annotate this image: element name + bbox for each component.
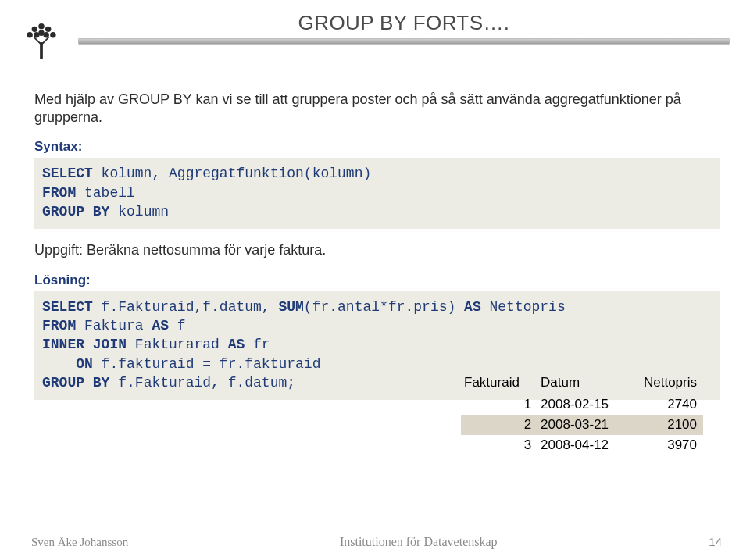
cell-id: 3	[461, 435, 538, 455]
intro-text: Med hjälp av GROUP BY kan vi se till att…	[34, 91, 720, 126]
tree-logo-icon	[17, 16, 66, 64]
cell-net: 3970	[629, 435, 703, 455]
institution-text: Institutionen för Datavetenskap	[340, 535, 498, 549]
svg-point-8	[38, 30, 44, 36]
cell-date: 2008-04-12	[538, 435, 629, 455]
result-table: Fakturaid Datum Nettopris 1 2008-02-15 2…	[461, 373, 703, 455]
svg-point-1	[38, 23, 44, 29]
table-header-row: Fakturaid Datum Nettopris	[461, 373, 703, 394]
svg-rect-0	[40, 42, 43, 59]
th-nettopris: Nettopris	[629, 373, 703, 394]
th-fakturaid: Fakturaid	[461, 373, 538, 394]
th-datum: Datum	[538, 373, 629, 394]
syntax-code: SELECT kolumn, Aggregatfunktion(kolumn) …	[34, 158, 720, 229]
cell-net: 2740	[629, 394, 703, 416]
slide-title: GROUP BY FORTS….	[78, 11, 730, 35]
svg-point-4	[27, 32, 32, 37]
cell-date: 2008-03-21	[538, 415, 629, 435]
cell-id: 2	[461, 415, 538, 435]
svg-point-3	[45, 27, 51, 32]
syntax-label: Syntax:	[34, 138, 720, 155]
cell-net: 2100	[629, 415, 703, 435]
task-text: Uppgift: Beräkna nettosumma för varje fa…	[34, 241, 720, 259]
solution-label: Lösning:	[34, 272, 720, 288]
svg-point-2	[32, 27, 38, 32]
body: Med hjälp av GROUP BY kan vi se till att…	[34, 91, 720, 411]
footer: Sven Åke Johansson Institutionen för Dat…	[31, 535, 722, 549]
svg-point-5	[50, 32, 55, 37]
author-text: Sven Åke Johansson	[31, 536, 128, 549]
cell-date: 2008-02-15	[538, 394, 629, 416]
table-row: 3 2008-04-12 3970	[461, 435, 703, 455]
page-number: 14	[709, 535, 722, 548]
title-underline	[78, 38, 730, 45]
title-bar: GROUP BY FORTS….	[78, 11, 730, 45]
table-row: 2 2008-03-21 2100	[461, 415, 703, 435]
cell-id: 1	[461, 394, 538, 416]
table-row: 1 2008-02-15 2740	[461, 394, 703, 416]
slide: { "header": { "title_html": "GROUP BY <s…	[0, 0, 750, 560]
